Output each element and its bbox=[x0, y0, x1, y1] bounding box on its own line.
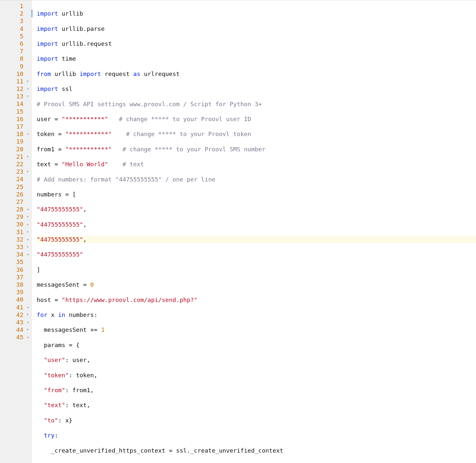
string-literal: "44755555555" bbox=[37, 221, 83, 228]
gutter-row[interactable]: 36 bbox=[0, 266, 31, 273]
gutter-row[interactable]: 6 bbox=[0, 40, 31, 47]
line-number: 3 bbox=[12, 17, 25, 25]
gutter-row[interactable]: 39 bbox=[0, 288, 31, 296]
line-number: 37 bbox=[12, 273, 25, 281]
gutter-row[interactable]: 23▾ bbox=[0, 168, 31, 175]
gutter-row[interactable]: 25 bbox=[0, 183, 31, 191]
string-literal: "***********" bbox=[62, 116, 108, 122]
line-number: 18 bbox=[12, 130, 25, 138]
gutter-row[interactable]: 15 bbox=[0, 108, 31, 115]
gutter-row[interactable]: 30◂ bbox=[0, 220, 31, 228]
line-number-gutter[interactable]: 1234567891011▾12◂13▾1415161718◂192021▾22… bbox=[0, 0, 31, 463]
line-number: 15 bbox=[12, 108, 25, 115]
fold-icon[interactable]: ▾ bbox=[25, 78, 31, 85]
gutter-row[interactable]: 35 bbox=[0, 258, 31, 266]
gutter-row[interactable]: 41◂ bbox=[0, 304, 31, 311]
gutter-row[interactable]: 7 bbox=[0, 47, 31, 55]
line-number: 21 bbox=[12, 153, 25, 160]
line-number: 32 bbox=[12, 236, 25, 243]
gutter-row[interactable]: 8 bbox=[0, 55, 31, 62]
gutter-row[interactable]: 2 bbox=[0, 10, 31, 17]
fold-icon[interactable]: ▾ bbox=[25, 168, 31, 175]
comment: # change ***** to your Proovl token bbox=[112, 131, 251, 137]
fold-icon[interactable]: ◂ bbox=[25, 251, 31, 258]
fold-icon[interactable]: ▾ bbox=[25, 228, 31, 236]
comment: # Add numbers: format "44755555555" / on… bbox=[37, 176, 215, 183]
fold-icon[interactable]: ▾ bbox=[25, 153, 31, 160]
keyword-try: try bbox=[44, 432, 55, 439]
fold-icon[interactable]: ◂ bbox=[25, 221, 31, 228]
gutter-row[interactable]: 28◂ bbox=[0, 206, 31, 213]
line-number: 35 bbox=[12, 258, 25, 266]
fold-icon[interactable]: ▾ bbox=[25, 311, 31, 319]
module-name: urllib.parse bbox=[62, 25, 105, 32]
gutter-row[interactable]: 38 bbox=[0, 281, 31, 288]
comment: # text bbox=[108, 161, 144, 168]
string-literal: "https://www.proovl.com/api/send.php?" bbox=[62, 296, 197, 303]
gutter-row[interactable]: 42▾ bbox=[0, 311, 31, 319]
code-area[interactable]: import urllib import urllib.parse import… bbox=[31, 0, 476, 463]
gutter-row[interactable]: 44▾ bbox=[0, 326, 31, 333]
gutter-row[interactable]: 37 bbox=[0, 273, 31, 281]
gutter-row[interactable]: 13▾ bbox=[0, 93, 31, 100]
gutter-row[interactable]: 12◂ bbox=[0, 85, 31, 93]
gutter-row[interactable]: 3 bbox=[0, 17, 31, 25]
gutter-row[interactable]: 33▾ bbox=[0, 243, 31, 251]
module-name: urllib.request bbox=[62, 40, 112, 47]
fold-icon[interactable]: ◂ bbox=[25, 206, 31, 213]
gutter-row[interactable]: 1 bbox=[0, 2, 31, 10]
gutter-row[interactable]: 4 bbox=[0, 25, 31, 32]
line-number: 33 bbox=[12, 243, 25, 251]
gutter-row[interactable]: 19 bbox=[0, 138, 31, 145]
gutter-row[interactable]: 29▾ bbox=[0, 213, 31, 220]
fold-icon[interactable]: ◂ bbox=[25, 319, 31, 326]
module-name: time bbox=[62, 55, 76, 62]
fold-icon[interactable]: ▾ bbox=[25, 93, 31, 100]
gutter-row[interactable]: 11▾ bbox=[0, 78, 31, 85]
fold-icon[interactable]: ◂ bbox=[25, 85, 31, 93]
gutter-row[interactable]: 45◂ bbox=[0, 333, 31, 341]
comment: # change ***** to your Proovl user ID bbox=[108, 116, 251, 122]
fold-icon[interactable]: ◂ bbox=[25, 333, 31, 341]
gutter-row[interactable]: 34◂ bbox=[0, 251, 31, 258]
gutter-row[interactable]: 16 bbox=[0, 115, 31, 123]
fold-icon[interactable]: ◂ bbox=[25, 236, 31, 243]
line-number: 5 bbox=[12, 32, 25, 40]
gutter-row[interactable]: 43◂ bbox=[0, 319, 31, 326]
gutter-row[interactable]: 10 bbox=[0, 70, 31, 78]
string-literal: "Hello World" bbox=[62, 161, 108, 168]
fold-icon[interactable]: ◂ bbox=[25, 130, 31, 138]
gutter-row[interactable]: 21▾ bbox=[0, 153, 31, 160]
line-number: 41 bbox=[12, 304, 25, 311]
line-number: 1 bbox=[12, 2, 25, 10]
keyword-for: for bbox=[37, 311, 47, 318]
gutter-row[interactable]: 5 bbox=[0, 32, 31, 40]
gutter-row[interactable]: 27 bbox=[0, 198, 31, 206]
line-number: 2 bbox=[12, 10, 25, 17]
gutter-row[interactable]: 26 bbox=[0, 191, 31, 198]
gutter-row[interactable]: 24 bbox=[0, 175, 31, 183]
line-number: 4 bbox=[12, 25, 25, 32]
line-number: 29 bbox=[12, 213, 25, 220]
fold-icon[interactable]: ▾ bbox=[25, 326, 31, 333]
keyword-import: import bbox=[80, 70, 101, 77]
gutter-row[interactable]: 17 bbox=[0, 123, 31, 130]
line-number: 11 bbox=[12, 78, 25, 85]
gutter-row[interactable]: 40 bbox=[0, 296, 31, 303]
line-number: 12 bbox=[12, 85, 25, 93]
line-number: 16 bbox=[12, 115, 25, 123]
gutter-row[interactable]: 9 bbox=[0, 63, 31, 70]
code-editor: 1234567891011▾12◂13▾1415161718◂192021▾22… bbox=[0, 0, 476, 463]
gutter-row[interactable]: 20 bbox=[0, 145, 31, 153]
gutter-row[interactable]: 32◂ bbox=[0, 236, 31, 243]
keyword-in: in bbox=[58, 311, 65, 318]
gutter-row[interactable]: 14 bbox=[0, 100, 31, 107]
gutter-row[interactable]: 18◂ bbox=[0, 130, 31, 138]
gutter-row[interactable]: 22 bbox=[0, 160, 31, 168]
gutter-row[interactable]: 31▾ bbox=[0, 228, 31, 236]
fold-icon[interactable]: ▾ bbox=[25, 213, 31, 220]
line-number: 8 bbox=[12, 55, 25, 62]
fold-icon[interactable]: ▾ bbox=[25, 243, 31, 251]
line-number: 39 bbox=[12, 288, 25, 296]
fold-icon[interactable]: ◂ bbox=[25, 304, 31, 311]
